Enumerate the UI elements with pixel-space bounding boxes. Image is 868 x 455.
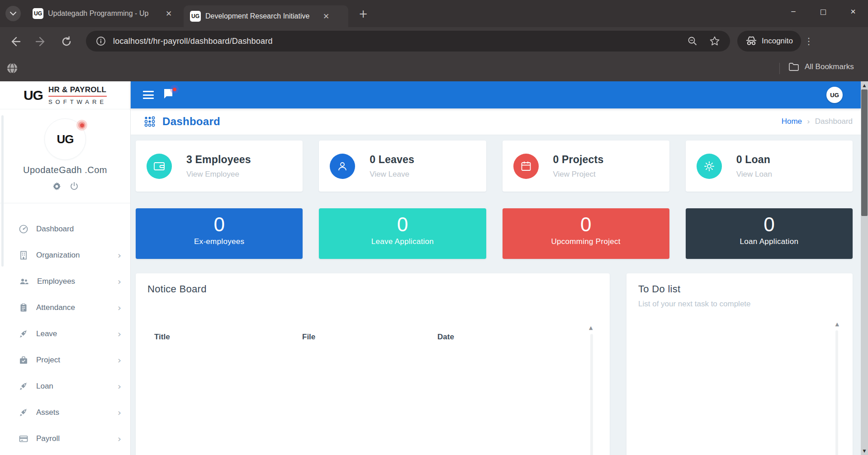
main-area: UG Dashboard Home › Dashb <box>131 81 861 455</box>
summary-cards-row: 0 Ex-employees 0 Leave Application 0 Upc… <box>136 208 853 259</box>
incognito-icon <box>745 36 757 46</box>
column-header-title: Title <box>154 333 170 342</box>
brand-subtitle: SOFTWARE <box>48 99 107 105</box>
view-loan-link[interactable]: View Loan <box>736 170 772 179</box>
browser-toolbar: localhost/t/hr-payroll/dashboard/Dashboa… <box>0 27 868 56</box>
summary-card-loan-application[interactable]: 0 Loan Application <box>686 208 853 259</box>
organization-icon <box>19 251 28 260</box>
stat-title: 3 Employees <box>186 154 251 166</box>
browser-tab-active[interactable]: UG Development Research Initiative ✕ <box>184 5 348 27</box>
column-header-file: File <box>302 333 315 342</box>
profile-avatar: UG <box>44 118 86 160</box>
chevron-right-icon: › <box>118 250 121 261</box>
todo-scrollbar-track[interactable] <box>835 330 838 455</box>
sidebar-item-attendance[interactable]: Attendance › <box>0 295 130 321</box>
scrollbar-down-arrow[interactable]: ▼ <box>861 447 868 455</box>
globe-bookmark-icon[interactable] <box>6 62 18 74</box>
scroll-up-icon[interactable]: ▲ <box>589 325 593 331</box>
new-tab-button[interactable]: + <box>356 7 370 21</box>
notification-flag-icon[interactable] <box>162 88 178 102</box>
summary-value: 0 <box>686 213 853 236</box>
power-logout-icon[interactable] <box>70 182 78 191</box>
sidebar-item-label: Leave <box>36 329 57 338</box>
settings-gear-icon[interactable] <box>52 182 61 191</box>
sidebar-item-label: Assets <box>36 408 59 417</box>
user-icon <box>330 154 355 179</box>
tab-favicon: UG <box>33 8 43 19</box>
page-title-bar: Dashboard Home › Dashboard <box>131 108 861 135</box>
dashboard-icon <box>19 225 28 234</box>
site-info-icon[interactable] <box>96 36 106 46</box>
stat-title: 0 Loan <box>736 154 772 166</box>
summary-label: Ex-employees <box>136 237 303 246</box>
chevron-right-icon: › <box>118 276 121 287</box>
chevron-right-icon: › <box>118 302 121 313</box>
stat-title: 0 Projects <box>553 154 604 166</box>
page-scrollbar[interactable]: ▲ ▼ <box>861 81 868 455</box>
dashboard-content: 3 Employees View Employee 0 Leaves View … <box>131 135 861 455</box>
sidebar-item-dashboard[interactable]: Dashboard <box>0 216 130 242</box>
browser-window: UG Updategadh Programming - Up ✕ UG Deve… <box>0 0 868 455</box>
close-tab-icon[interactable]: ✕ <box>166 9 172 18</box>
chevron-right-icon: › <box>118 407 121 418</box>
sidebar-item-label: Loan <box>36 382 53 391</box>
window-controls: ─ □ ✕ <box>778 0 868 23</box>
breadcrumb: Home › Dashboard <box>782 117 853 126</box>
hamburger-menu-icon[interactable] <box>143 91 154 99</box>
tab-search-button[interactable] <box>5 6 21 21</box>
scrollbar-thumb[interactable] <box>861 89 868 216</box>
chevron-right-icon: › <box>118 355 121 366</box>
notice-board-panel: Notice Board Title File Date ▲ <box>136 273 610 455</box>
sidebar-item-label: Attendance <box>36 303 75 312</box>
summary-label: Upcomming Project <box>503 237 669 246</box>
close-window-button[interactable]: ✕ <box>838 0 868 23</box>
column-header-date: Date <box>437 333 454 342</box>
close-tab-icon[interactable]: ✕ <box>323 12 329 21</box>
sidebar-item-label: Employees <box>37 277 75 286</box>
bookmark-star-icon[interactable] <box>709 36 720 47</box>
sidebar-item-loan[interactable]: Loan › <box>0 373 130 399</box>
sidebar-item-organization[interactable]: Organization › <box>0 242 130 268</box>
brand-logo: UG <box>24 88 43 103</box>
stat-card-leaves: 0 Leaves View Leave <box>319 141 486 192</box>
sidebar-item-leave[interactable]: Leave › <box>0 321 130 347</box>
rocket-icon <box>19 382 28 391</box>
address-bar[interactable]: localhost/t/hr-payroll/dashboard/Dashboa… <box>86 31 730 52</box>
browser-menu-button[interactable]: ⋮ <box>803 33 814 49</box>
view-employee-link[interactable]: View Employee <box>186 170 251 179</box>
sidebar-item-assets[interactable]: Assets › <box>0 399 130 426</box>
view-project-link[interactable]: View Project <box>553 170 604 179</box>
chevron-right-icon: › <box>118 433 121 444</box>
sidebar-item-project[interactable]: Project › <box>0 347 130 373</box>
sidebar-item-payroll[interactable]: Payroll › <box>0 426 130 452</box>
scrollbar-up-arrow[interactable]: ▲ <box>861 81 868 89</box>
sidebar-divider <box>0 203 130 203</box>
reload-button[interactable] <box>61 36 72 47</box>
summary-card-upcoming-project[interactable]: 0 Upcomming Project <box>503 208 669 259</box>
breadcrumb-separator: › <box>807 117 810 126</box>
notice-board-title: Notice Board <box>147 283 207 295</box>
stat-title: 0 Leaves <box>370 154 414 166</box>
app-sidebar: UG HR & PAYROLL SOFTWARE UG UpodateGadh … <box>0 81 131 455</box>
summary-card-leave-application[interactable]: 0 Leave Application <box>319 208 486 259</box>
summary-card-ex-employees[interactable]: 0 Ex-employees <box>136 208 303 259</box>
notice-scrollbar-track[interactable] <box>590 334 593 455</box>
todo-subtitle: List of your next task to complete <box>638 300 751 309</box>
maximize-button[interactable]: □ <box>808 0 838 23</box>
zoom-out-icon[interactable] <box>688 36 697 46</box>
sidebar-item-label: Project <box>36 356 60 365</box>
url-text[interactable]: localhost/t/hr-payroll/dashboard/Dashboa… <box>113 37 688 46</box>
view-leave-link[interactable]: View Leave <box>370 170 414 179</box>
notification-pulse-dot <box>170 85 179 94</box>
user-avatar[interactable]: UG <box>826 87 843 103</box>
all-bookmarks-button[interactable]: All Bookmarks <box>788 62 854 71</box>
scroll-up-icon[interactable]: ▲ <box>835 321 839 327</box>
sidebar-item-employees[interactable]: Employees › <box>0 268 130 295</box>
minimize-button[interactable]: ─ <box>778 0 808 23</box>
breadcrumb-home-link[interactable]: Home <box>782 117 802 126</box>
summary-label: Leave Application <box>319 237 486 246</box>
back-button[interactable] <box>9 36 21 47</box>
chevron-right-icon: › <box>118 381 121 392</box>
forward-button[interactable] <box>35 36 47 47</box>
browser-tab-updategadh[interactable]: UG Updategadh Programming - Up ✕ <box>26 0 183 27</box>
